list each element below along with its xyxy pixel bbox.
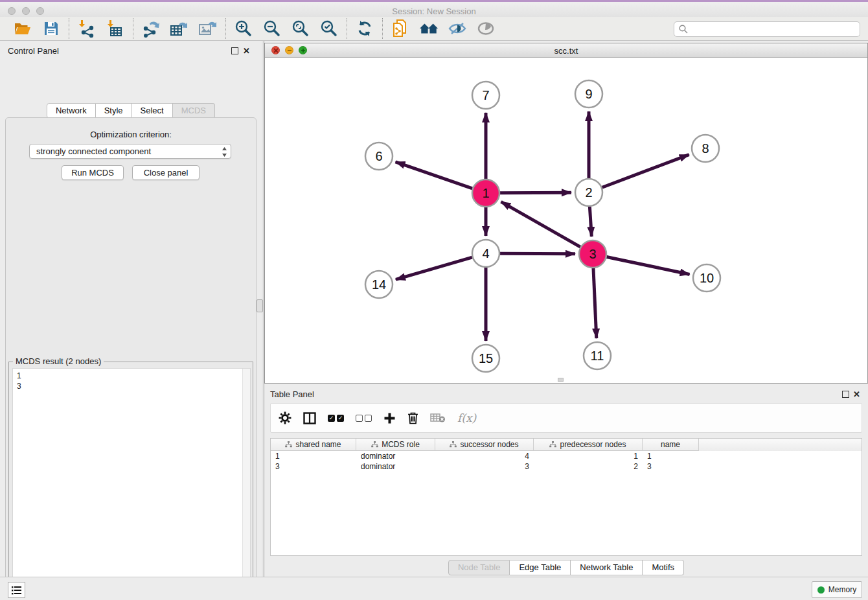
cell[interactable]: 1 — [271, 451, 356, 461]
mcds-tab-content: Optimization criterion: strongly connect… — [5, 117, 257, 600]
import-table-icon[interactable] — [106, 19, 125, 38]
criterion-value: strongly connected component — [36, 146, 151, 156]
node-table[interactable]: shared nameMCDS rolesuccessor nodesprede… — [270, 438, 862, 556]
tab-node-table[interactable]: Node Table — [448, 560, 510, 575]
add-column-icon[interactable] — [383, 412, 396, 424]
column-header-label: successor nodes — [460, 440, 518, 449]
node-label-2: 2 — [585, 185, 592, 200]
table-row[interactable]: 3dominator323 — [271, 461, 862, 472]
column-header-label: predecessor nodes — [560, 440, 626, 449]
zoom-fit-icon[interactable] — [291, 19, 310, 38]
delete-table-icon — [430, 413, 446, 423]
hierarchy-icon — [371, 441, 378, 448]
column-header-shared-name[interactable]: shared name — [271, 439, 356, 451]
column-header-label: shared name — [295, 440, 341, 449]
column-header-mcds-role[interactable]: MCDS role — [356, 439, 435, 451]
control-panel: Control Panel ✕ NetworkStyleSelectMCDS O… — [0, 41, 262, 577]
search-icon — [678, 24, 689, 34]
cell[interactable]: 3 — [643, 461, 699, 472]
import-network-icon[interactable] — [77, 19, 97, 38]
select-stepper-icon — [222, 146, 227, 159]
column-header-successor-nodes[interactable]: successor nodes — [435, 439, 534, 451]
cell[interactable]: 1 — [534, 451, 643, 461]
home-icon[interactable] — [419, 19, 439, 38]
refresh-icon[interactable] — [355, 19, 374, 38]
window-resize-grip[interactable] — [558, 378, 564, 382]
column-selector-icon[interactable] — [303, 412, 316, 424]
run-mcds-button[interactable]: Run MCDS — [62, 165, 124, 180]
edge-2-8[interactable] — [602, 155, 689, 188]
edge-3-11[interactable] — [593, 268, 597, 338]
mcds-result-title: MCDS result (2 nodes) — [13, 356, 104, 366]
task-manager-button[interactable] — [8, 582, 25, 598]
cell[interactable]: 2 — [534, 461, 643, 472]
tab-edge-table[interactable]: Edge Table — [510, 560, 571, 575]
tab-network[interactable]: Network — [47, 103, 96, 119]
column-header-predecessor-nodes[interactable]: predecessor nodes — [534, 439, 643, 451]
edge-3-10[interactable] — [607, 257, 690, 275]
mcds-result-textarea[interactable]: 1 3 — [12, 368, 251, 600]
edge-1-2[interactable] — [500, 192, 571, 193]
tab-motifs[interactable]: Motifs — [643, 560, 684, 575]
network-window-titlebar[interactable]: scc.txt — [265, 43, 867, 58]
close-panel-button[interactable]: Close panel — [132, 165, 200, 180]
edge-4-14[interactable] — [396, 257, 472, 279]
splitter-grip[interactable] — [257, 299, 263, 312]
close-panel-icon[interactable]: ✕ — [243, 47, 250, 55]
export-network-icon[interactable] — [141, 19, 161, 38]
cell[interactable]: dominator — [356, 461, 435, 472]
edge-3-1[interactable] — [501, 202, 580, 247]
cell[interactable]: 3 — [435, 461, 534, 472]
open-folder-icon[interactable] — [13, 19, 32, 38]
zoom-out-icon[interactable] — [262, 19, 282, 38]
table-panel: Table Panel ✕ ✓✓ f(x) shared nameMCDS ro… — [264, 384, 868, 577]
function-builder-icon: f(x) — [457, 411, 476, 424]
memory-button-label: Memory — [828, 585, 856, 594]
table-header-row: shared nameMCDS rolesuccessor nodesprede… — [271, 439, 862, 451]
cell[interactable]: 3 — [271, 461, 356, 472]
eye-icon[interactable] — [476, 19, 496, 38]
cell[interactable]: dominator — [356, 451, 435, 461]
tab-style[interactable]: Style — [96, 103, 132, 119]
mcds-result-scrollbar[interactable] — [242, 369, 250, 600]
tab-network-table[interactable]: Network Table — [571, 560, 643, 575]
save-icon[interactable] — [41, 19, 61, 38]
app-titlebar: Session: New Session — [0, 2, 868, 17]
search-input[interactable] — [689, 23, 860, 36]
criterion-select[interactable]: strongly connected component — [29, 144, 231, 159]
zoom-selected-icon[interactable] — [319, 19, 339, 38]
gear-icon[interactable] — [279, 411, 291, 424]
table-body: 1dominator4113dominator323 — [271, 451, 862, 472]
hide-icon[interactable] — [448, 19, 467, 38]
search-box[interactable] — [674, 21, 860, 37]
memory-button[interactable]: Memory — [812, 581, 862, 598]
float-panel-icon[interactable] — [231, 47, 238, 54]
edge-1-6[interactable] — [396, 162, 473, 189]
node-label-15: 15 — [479, 351, 493, 365]
cell[interactable]: 4 — [435, 451, 534, 461]
float-table-panel-icon[interactable] — [842, 391, 849, 398]
table-panel-title: Table Panel — [270, 389, 314, 399]
column-header-label: MCDS role — [382, 440, 420, 449]
deselect-all-icon[interactable] — [356, 415, 372, 422]
close-table-panel-icon[interactable]: ✕ — [853, 390, 860, 398]
export-table-icon[interactable] — [170, 19, 189, 38]
zoom-in-icon[interactable] — [234, 19, 253, 38]
node-label-8: 8 — [702, 141, 709, 156]
tab-select[interactable]: Select — [132, 103, 173, 119]
node-label-3: 3 — [589, 247, 596, 261]
clone-network-icon[interactable] — [391, 19, 410, 38]
network-canvas[interactable]: 7968124314101511 — [265, 58, 867, 384]
column-header-name[interactable]: name — [643, 439, 699, 451]
edge-4-3[interactable] — [500, 253, 575, 254]
cell[interactable]: 1 — [643, 451, 699, 461]
edge-2-3[interactable] — [589, 207, 591, 237]
select-all-icon[interactable]: ✓✓ — [328, 415, 344, 422]
column-header-label: name — [661, 440, 680, 449]
export-image-icon[interactable] — [198, 19, 218, 38]
tab-mcds[interactable]: MCDS — [173, 103, 215, 119]
delete-column-icon[interactable] — [407, 411, 418, 424]
table-row[interactable]: 1dominator411 — [271, 451, 862, 461]
node-label-7: 7 — [482, 88, 489, 102]
control-panel-tabs: NetworkStyleSelectMCDS — [0, 103, 262, 119]
